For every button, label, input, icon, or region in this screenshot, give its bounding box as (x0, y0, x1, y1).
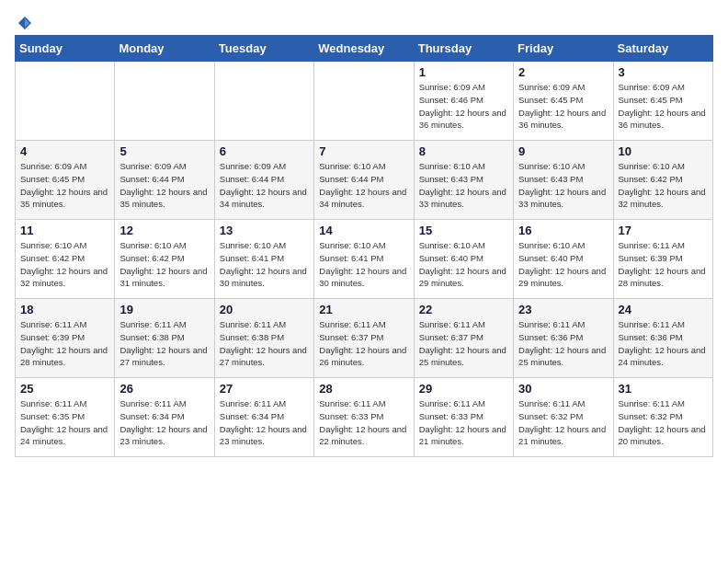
calendar-cell: 11Sunrise: 6:10 AM Sunset: 6:42 PM Dayli… (16, 220, 115, 299)
day-info: Sunrise: 6:09 AM Sunset: 6:45 PM Dayligh… (619, 81, 708, 132)
day-info: Sunrise: 6:11 AM Sunset: 6:39 PM Dayligh… (20, 318, 109, 369)
calendar-body: 1Sunrise: 6:09 AM Sunset: 6:46 PM Daylig… (16, 62, 713, 457)
day-number: 18 (20, 303, 109, 316)
header (15, 15, 713, 28)
day-info: Sunrise: 6:11 AM Sunset: 6:34 PM Dayligh… (220, 397, 309, 448)
day-number: 3 (619, 65, 708, 79)
day-number: 8 (419, 144, 508, 158)
calendar-cell: 13Sunrise: 6:10 AM Sunset: 6:41 PM Dayli… (214, 220, 313, 299)
header-day-monday: Monday (115, 36, 214, 62)
calendar-cell: 28Sunrise: 6:11 AM Sunset: 6:33 PM Dayli… (314, 378, 414, 457)
day-number: 22 (419, 303, 508, 316)
day-info: Sunrise: 6:11 AM Sunset: 6:33 PM Dayligh… (319, 397, 408, 448)
calendar-cell: 22Sunrise: 6:11 AM Sunset: 6:37 PM Dayli… (414, 299, 513, 378)
calendar-cell: 24Sunrise: 6:11 AM Sunset: 6:36 PM Dayli… (613, 299, 712, 378)
day-number: 16 (518, 224, 608, 237)
day-info: Sunrise: 6:11 AM Sunset: 6:32 PM Dayligh… (518, 397, 608, 448)
calendar-cell: 21Sunrise: 6:11 AM Sunset: 6:37 PM Dayli… (314, 299, 414, 378)
day-info: Sunrise: 6:11 AM Sunset: 6:35 PM Dayligh… (20, 397, 109, 448)
day-info: Sunrise: 6:11 AM Sunset: 6:38 PM Dayligh… (119, 318, 209, 369)
calendar-cell: 23Sunrise: 6:11 AM Sunset: 6:36 PM Dayli… (514, 299, 613, 378)
calendar-cell: 7Sunrise: 6:10 AM Sunset: 6:44 PM Daylig… (314, 141, 414, 220)
calendar-cell: 27Sunrise: 6:11 AM Sunset: 6:34 PM Dayli… (214, 378, 313, 457)
week-row-3: 11Sunrise: 6:10 AM Sunset: 6:42 PM Dayli… (16, 220, 713, 299)
week-row-4: 18Sunrise: 6:11 AM Sunset: 6:39 PM Dayli… (16, 299, 713, 378)
calendar-cell: 20Sunrise: 6:11 AM Sunset: 6:38 PM Dayli… (214, 299, 313, 378)
day-number: 14 (319, 224, 408, 237)
day-info: Sunrise: 6:11 AM Sunset: 6:37 PM Dayligh… (319, 318, 408, 369)
day-number: 21 (319, 303, 408, 316)
header-day-friday: Friday (514, 36, 613, 62)
calendar-cell: 30Sunrise: 6:11 AM Sunset: 6:32 PM Dayli… (514, 378, 613, 457)
day-number: 19 (119, 303, 209, 316)
calendar-cell (314, 62, 414, 141)
day-number: 25 (20, 382, 109, 396)
header-day-wednesday: Wednesday (314, 36, 414, 62)
header-day-sunday: Sunday (16, 36, 115, 62)
day-info: Sunrise: 6:11 AM Sunset: 6:36 PM Dayligh… (518, 318, 608, 369)
day-number: 4 (20, 144, 109, 158)
header-day-tuesday: Tuesday (214, 36, 313, 62)
day-info: Sunrise: 6:10 AM Sunset: 6:42 PM Dayligh… (619, 160, 708, 211)
calendar-cell: 31Sunrise: 6:11 AM Sunset: 6:32 PM Dayli… (613, 378, 712, 457)
day-info: Sunrise: 6:10 AM Sunset: 6:40 PM Dayligh… (419, 239, 508, 290)
day-info: Sunrise: 6:10 AM Sunset: 6:40 PM Dayligh… (518, 239, 608, 290)
day-number: 1 (419, 65, 508, 79)
calendar-cell: 3Sunrise: 6:09 AM Sunset: 6:45 PM Daylig… (613, 62, 712, 141)
day-info: Sunrise: 6:11 AM Sunset: 6:39 PM Dayligh… (619, 239, 708, 290)
week-row-2: 4Sunrise: 6:09 AM Sunset: 6:45 PM Daylig… (16, 141, 713, 220)
calendar-header-row: SundayMondayTuesdayWednesdayThursdayFrid… (16, 36, 713, 62)
day-info: Sunrise: 6:09 AM Sunset: 6:45 PM Dayligh… (518, 81, 608, 132)
day-number: 2 (518, 65, 608, 79)
day-info: Sunrise: 6:10 AM Sunset: 6:43 PM Dayligh… (518, 160, 608, 211)
calendar-cell: 8Sunrise: 6:10 AM Sunset: 6:43 PM Daylig… (414, 141, 513, 220)
day-number: 10 (619, 144, 708, 158)
day-number: 29 (419, 382, 508, 396)
calendar-cell: 17Sunrise: 6:11 AM Sunset: 6:39 PM Dayli… (613, 220, 712, 299)
day-info: Sunrise: 6:10 AM Sunset: 6:42 PM Dayligh… (119, 239, 209, 290)
logo (15, 15, 33, 28)
calendar-cell: 12Sunrise: 6:10 AM Sunset: 6:42 PM Dayli… (115, 220, 214, 299)
day-info: Sunrise: 6:11 AM Sunset: 6:36 PM Dayligh… (619, 318, 708, 369)
day-info: Sunrise: 6:09 AM Sunset: 6:45 PM Dayligh… (20, 160, 109, 211)
calendar-cell (16, 62, 115, 141)
calendar-cell (115, 62, 214, 141)
day-info: Sunrise: 6:09 AM Sunset: 6:44 PM Dayligh… (220, 160, 309, 211)
day-info: Sunrise: 6:11 AM Sunset: 6:32 PM Dayligh… (619, 397, 708, 448)
calendar-cell: 18Sunrise: 6:11 AM Sunset: 6:39 PM Dayli… (16, 299, 115, 378)
calendar-cell: 16Sunrise: 6:10 AM Sunset: 6:40 PM Dayli… (514, 220, 613, 299)
day-info: Sunrise: 6:10 AM Sunset: 6:41 PM Dayligh… (220, 239, 309, 290)
day-number: 12 (119, 224, 209, 237)
day-number: 23 (518, 303, 608, 316)
calendar-cell: 29Sunrise: 6:11 AM Sunset: 6:33 PM Dayli… (414, 378, 513, 457)
day-info: Sunrise: 6:11 AM Sunset: 6:33 PM Dayligh… (419, 397, 508, 448)
calendar-cell: 6Sunrise: 6:09 AM Sunset: 6:44 PM Daylig… (214, 141, 313, 220)
day-number: 15 (419, 224, 508, 237)
calendar-cell: 19Sunrise: 6:11 AM Sunset: 6:38 PM Dayli… (115, 299, 214, 378)
calendar-cell: 26Sunrise: 6:11 AM Sunset: 6:34 PM Dayli… (115, 378, 214, 457)
calendar-cell: 4Sunrise: 6:09 AM Sunset: 6:45 PM Daylig… (16, 141, 115, 220)
day-info: Sunrise: 6:11 AM Sunset: 6:34 PM Dayligh… (119, 397, 209, 448)
day-number: 30 (518, 382, 608, 396)
day-number: 26 (119, 382, 209, 396)
day-info: Sunrise: 6:10 AM Sunset: 6:41 PM Dayligh… (319, 239, 408, 290)
day-info: Sunrise: 6:11 AM Sunset: 6:38 PM Dayligh… (220, 318, 309, 369)
logo-icon (17, 15, 33, 31)
day-number: 9 (518, 144, 608, 158)
calendar-cell: 5Sunrise: 6:09 AM Sunset: 6:44 PM Daylig… (115, 141, 214, 220)
day-info: Sunrise: 6:10 AM Sunset: 6:44 PM Dayligh… (319, 160, 408, 211)
day-info: Sunrise: 6:10 AM Sunset: 6:43 PM Dayligh… (419, 160, 508, 211)
header-day-saturday: Saturday (613, 36, 712, 62)
calendar-cell: 14Sunrise: 6:10 AM Sunset: 6:41 PM Dayli… (314, 220, 414, 299)
calendar-cell: 25Sunrise: 6:11 AM Sunset: 6:35 PM Dayli… (16, 378, 115, 457)
calendar-cell: 2Sunrise: 6:09 AM Sunset: 6:45 PM Daylig… (514, 62, 613, 141)
day-number: 7 (319, 144, 408, 158)
day-number: 20 (220, 303, 309, 316)
week-row-1: 1Sunrise: 6:09 AM Sunset: 6:46 PM Daylig… (16, 62, 713, 141)
day-number: 6 (220, 144, 309, 158)
day-number: 13 (220, 224, 309, 237)
header-day-thursday: Thursday (414, 36, 513, 62)
calendar-cell: 15Sunrise: 6:10 AM Sunset: 6:40 PM Dayli… (414, 220, 513, 299)
day-number: 27 (220, 382, 309, 396)
calendar-cell: 10Sunrise: 6:10 AM Sunset: 6:42 PM Dayli… (613, 141, 712, 220)
